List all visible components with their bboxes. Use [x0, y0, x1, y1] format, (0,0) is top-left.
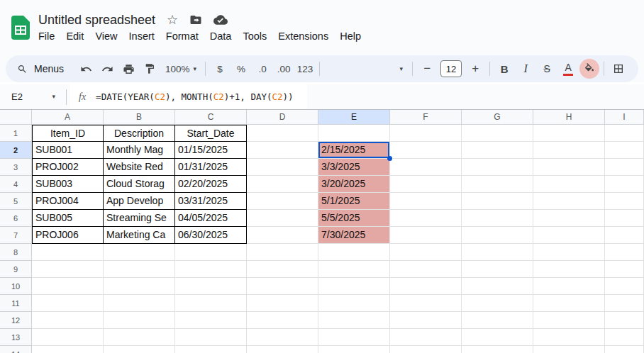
cell-D8[interactable]: [247, 244, 318, 261]
column-header-A[interactable]: A: [32, 110, 104, 125]
menu-insert[interactable]: Insert: [123, 29, 160, 43]
cell-D11[interactable]: [247, 295, 318, 312]
cell-E10[interactable]: [318, 278, 390, 295]
font-size-input[interactable]: 12: [440, 60, 462, 77]
column-header-E[interactable]: E: [318, 110, 390, 125]
cell-G13[interactable]: [462, 329, 533, 346]
cell-I2[interactable]: [605, 142, 644, 159]
cell-H2[interactable]: [533, 142, 605, 159]
cell-I6[interactable]: [605, 210, 644, 227]
cell-C12[interactable]: [175, 312, 247, 329]
cell-H6[interactable]: [533, 210, 605, 227]
cell-F6[interactable]: [390, 210, 462, 227]
cell-D13[interactable]: [247, 329, 318, 346]
cell-H8[interactable]: [533, 244, 605, 261]
cell-A2[interactable]: SUB001: [32, 142, 104, 159]
menus-button[interactable]: Menus: [10, 59, 75, 79]
cell-I8[interactable]: [605, 244, 644, 261]
document-title[interactable]: Untitled spreadsheet: [38, 13, 155, 28]
cell-C2[interactable]: 01/15/2025: [175, 142, 247, 159]
cell-D3[interactable]: [247, 159, 318, 176]
cell-B6[interactable]: Streaming Se: [104, 210, 175, 227]
cell-G3[interactable]: [462, 159, 533, 176]
paint-format-button[interactable]: [140, 59, 160, 79]
sheets-logo-icon[interactable]: [11, 16, 30, 40]
cell-H3[interactable]: [533, 159, 605, 176]
cell-G12[interactable]: [462, 312, 533, 329]
cell-C10[interactable]: [175, 278, 247, 295]
cell-G5[interactable]: [462, 193, 533, 210]
row-header-7[interactable]: 7: [0, 227, 32, 244]
redo-button[interactable]: [97, 59, 117, 79]
cell-D6[interactable]: [247, 210, 318, 227]
cell-E2[interactable]: 2/15/2025: [318, 142, 390, 159]
cell-A11[interactable]: [32, 295, 104, 312]
borders-button[interactable]: [609, 59, 628, 79]
fill-color-button[interactable]: [579, 59, 599, 79]
cell-H11[interactable]: [533, 295, 605, 312]
cell-B3[interactable]: Website Red: [104, 159, 175, 176]
cell-I14[interactable]: [605, 346, 644, 353]
cell-G11[interactable]: [462, 295, 533, 312]
column-header-H[interactable]: H: [533, 110, 605, 125]
cell-F14[interactable]: [390, 346, 462, 353]
row-header-8[interactable]: 8: [0, 244, 32, 261]
cell-D4[interactable]: [247, 176, 318, 193]
decrease-decimal-button[interactable]: .0: [252, 59, 272, 79]
column-header-F[interactable]: F: [390, 110, 462, 125]
cell-A12[interactable]: [32, 312, 104, 329]
name-box[interactable]: E2 ▾: [0, 91, 62, 102]
strikethrough-button[interactable]: S: [537, 59, 557, 79]
cell-E6[interactable]: 5/5/2025: [318, 210, 390, 227]
cell-A5[interactable]: PROJ004: [32, 193, 104, 210]
star-icon[interactable]: ☆: [167, 12, 178, 28]
cell-E3[interactable]: 3/3/2025: [318, 159, 390, 176]
cell-A9[interactable]: [32, 261, 104, 278]
cell-F3[interactable]: [390, 159, 462, 176]
row-header-5[interactable]: 5: [0, 193, 32, 210]
cell-G10[interactable]: [462, 278, 533, 295]
cell-A3[interactable]: PROJ002: [32, 159, 104, 176]
column-header-D[interactable]: D: [247, 110, 318, 125]
print-button[interactable]: [118, 59, 138, 79]
italic-button[interactable]: I: [516, 59, 535, 79]
cell-A7[interactable]: PROJ006: [32, 227, 104, 244]
cell-G14[interactable]: [462, 346, 533, 353]
cell-D10[interactable]: [247, 278, 318, 295]
cell-C4[interactable]: 02/20/2025: [175, 176, 247, 193]
cell-D12[interactable]: [247, 312, 318, 329]
move-folder-icon[interactable]: [189, 13, 202, 26]
cell-A14[interactable]: [32, 346, 104, 353]
cell-A13[interactable]: [32, 329, 104, 346]
row-header-4[interactable]: 4: [0, 176, 32, 193]
cell-F11[interactable]: [390, 295, 462, 312]
cell-D14[interactable]: [247, 346, 318, 353]
cell-F12[interactable]: [390, 312, 462, 329]
cell-E14[interactable]: [318, 346, 390, 353]
more-formats-button[interactable]: 123: [295, 59, 315, 79]
cell-B9[interactable]: [104, 261, 175, 278]
cell-H9[interactable]: [533, 261, 605, 278]
cell-B1[interactable]: Description: [104, 125, 175, 142]
cell-C3[interactable]: 01/31/2025: [175, 159, 247, 176]
cell-C8[interactable]: [175, 244, 247, 261]
cell-G9[interactable]: [462, 261, 533, 278]
menu-extensions[interactable]: Extensions: [272, 29, 334, 43]
cell-I10[interactable]: [605, 278, 644, 295]
cell-E1[interactable]: [318, 125, 390, 142]
row-header-11[interactable]: 11: [0, 295, 32, 312]
menu-file[interactable]: File: [33, 29, 60, 43]
cell-I5[interactable]: [605, 193, 644, 210]
cell-F7[interactable]: [390, 227, 462, 244]
row-header-10[interactable]: 10: [0, 278, 32, 295]
cell-G8[interactable]: [462, 244, 533, 261]
column-header-B[interactable]: B: [104, 110, 175, 125]
format-percent-button[interactable]: %: [231, 59, 251, 79]
cell-D9[interactable]: [247, 261, 318, 278]
row-header-6[interactable]: 6: [0, 210, 32, 227]
cell-H10[interactable]: [533, 278, 605, 295]
cell-E8[interactable]: [318, 244, 390, 261]
cell-D5[interactable]: [247, 193, 318, 210]
cell-H12[interactable]: [533, 312, 605, 329]
menu-format[interactable]: Format: [160, 29, 204, 43]
